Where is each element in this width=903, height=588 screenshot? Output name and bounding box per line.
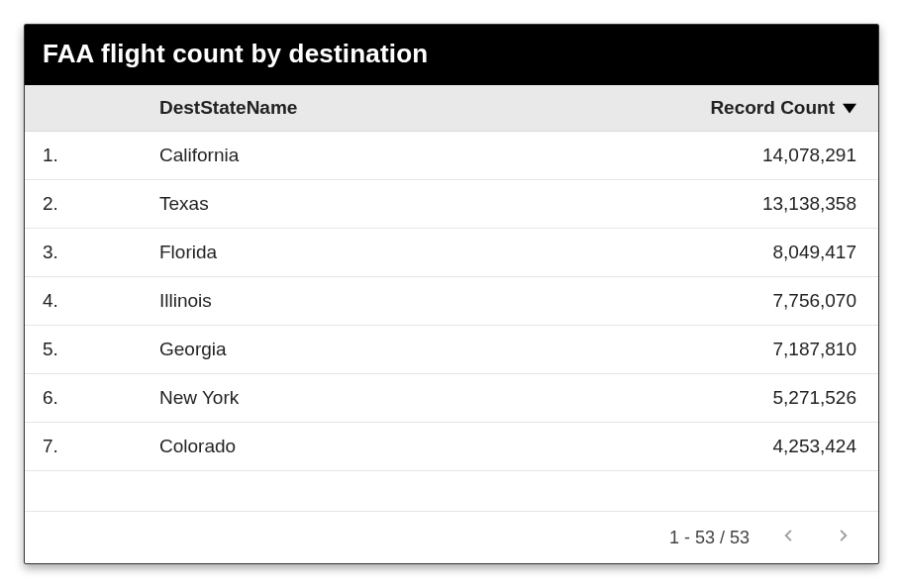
table-row: 5. Georgia 7,187,810 — [25, 326, 878, 374]
row-rank: 4. — [43, 290, 159, 312]
table-row: 1. California 14,078,291 — [25, 132, 878, 180]
row-name: Florida — [159, 242, 559, 263]
table-row: 3. Florida 8,049,417 — [25, 229, 878, 277]
pagination-label: 1 - 53 / 53 — [669, 528, 750, 548]
row-rank: 5. — [43, 339, 159, 360]
table-header-row: DestStateName Record Count — [25, 85, 878, 132]
row-name: New York — [159, 387, 559, 409]
sort-desc-icon — [843, 101, 856, 115]
row-count: 5,271,526 — [559, 387, 856, 409]
row-count: 13,138,358 — [559, 193, 856, 215]
row-rank: 2. — [43, 193, 159, 215]
col-header-name[interactable]: DestStateName — [159, 97, 559, 119]
row-count: 8,049,417 — [559, 242, 856, 263]
col-header-count[interactable]: Record Count — [559, 97, 856, 119]
row-count: 4,253,424 — [559, 436, 856, 457]
row-name: Texas — [159, 193, 559, 215]
row-name: Colorado — [159, 436, 559, 457]
chevron-right-icon — [834, 527, 852, 549]
table-footer: 1 - 53 / 53 — [25, 511, 878, 563]
data-table-card: FAA flight count by destination DestStat… — [24, 24, 879, 564]
table-row: 2. Texas 13,138,358 — [25, 180, 878, 229]
row-count: 7,187,810 — [559, 339, 856, 360]
row-name: California — [159, 145, 559, 166]
prev-page-button[interactable] — [775, 524, 803, 551]
table-row: 4. Illinois 7,756,070 — [25, 277, 878, 326]
col-header-count-label: Record Count — [710, 97, 835, 119]
row-rank: 3. — [43, 242, 159, 263]
row-name: Illinois — [159, 290, 559, 312]
row-name: Georgia — [159, 339, 559, 360]
table-row: 6. New York 5,271,526 — [25, 374, 878, 423]
next-page-button[interactable] — [829, 524, 856, 551]
chevron-left-icon — [780, 527, 798, 549]
row-rank: 7. — [43, 436, 159, 457]
row-count: 7,756,070 — [559, 290, 856, 312]
table-row: 7. Colorado 4,253,424 — [25, 423, 878, 471]
table-body: 1. California 14,078,291 2. Texas 13,138… — [25, 132, 878, 511]
row-rank: 1. — [43, 145, 159, 166]
card-title: FAA flight count by destination — [25, 25, 878, 85]
row-rank: 6. — [43, 387, 159, 409]
row-count: 14,078,291 — [559, 145, 856, 166]
